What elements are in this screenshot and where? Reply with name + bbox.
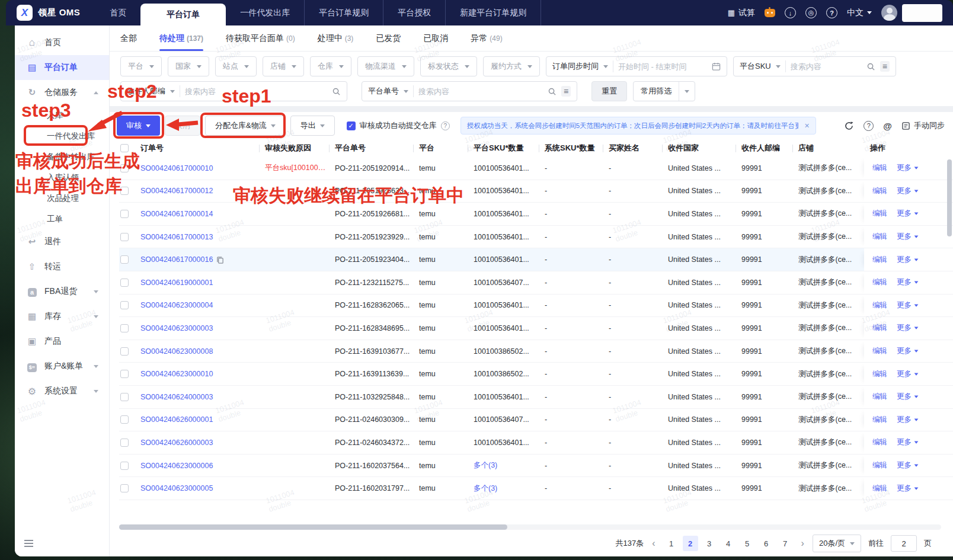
edit-link[interactable]: 编辑 (872, 300, 887, 311)
more-link[interactable]: 更多 (897, 415, 919, 425)
order-no-link[interactable]: SO004240619000001 (140, 279, 259, 287)
sidebar-item[interactable]: 系统设置 (15, 379, 109, 404)
multi-search-icon[interactable]: ≡ (880, 61, 890, 72)
order-no-link[interactable]: SO004240626000003 (140, 439, 259, 447)
order-no-link[interactable]: SO004240623000005 (140, 484, 259, 492)
sidebar-item[interactable]: 入库 (15, 105, 109, 126)
zip-field-select[interactable]: 收件人邮编 (127, 86, 165, 97)
page-number[interactable]: 7 (778, 536, 793, 551)
page-number[interactable]: 2 (683, 536, 698, 551)
cancel-button[interactable]: 取消 (165, 116, 200, 136)
row-checkbox[interactable] (120, 187, 129, 195)
filter-dropdown[interactable]: 履约方式 (483, 56, 540, 76)
more-link[interactable]: 更多 (897, 255, 919, 265)
language-switch[interactable]: 中文 (847, 8, 872, 18)
multi-search-icon[interactable]: ≡ (561, 86, 571, 97)
edit-link[interactable]: 编辑 (872, 392, 887, 402)
horizontal-scrollbar[interactable] (119, 524, 507, 530)
custom-column-icon[interactable]: @ (883, 121, 892, 131)
filter-dropdown[interactable]: 物流渠道 (357, 56, 414, 76)
download-icon[interactable]: ↓ (785, 7, 796, 18)
export-button[interactable]: 导出 (290, 116, 335, 136)
sidebar-item[interactable]: 账户&账单 (15, 354, 109, 379)
more-link[interactable]: 更多 (897, 437, 919, 447)
sidebar-item[interactable]: 次品处理 (15, 188, 109, 209)
edit-link[interactable]: 编辑 (872, 255, 887, 265)
search-icon[interactable] (332, 87, 341, 96)
more-link[interactable]: 更多 (897, 323, 919, 333)
order-no-link[interactable]: SO004240617000010 (140, 164, 259, 172)
row-checkbox[interactable] (120, 210, 129, 218)
edit-link[interactable]: 编辑 (872, 415, 887, 425)
search-icon[interactable] (866, 62, 875, 71)
nav-item[interactable]: 平台订单规则 (304, 0, 383, 25)
edit-link[interactable]: 编辑 (872, 323, 887, 333)
more-link[interactable]: 更多 (897, 460, 919, 471)
edit-link[interactable]: 编辑 (872, 460, 887, 471)
more-link[interactable]: 更多 (897, 186, 919, 196)
more-link[interactable]: 更多 (897, 392, 919, 402)
prev-page-icon[interactable]: ‹ (651, 538, 656, 549)
sidebar-item[interactable]: 入库认领 (15, 167, 109, 188)
more-link[interactable]: 更多 (897, 163, 919, 173)
sidebar-item[interactable]: 备货中转出库 (15, 146, 109, 167)
order-no-link[interactable]: SO004240624000003 (140, 393, 259, 401)
edit-link[interactable]: 编辑 (872, 186, 887, 196)
status-tab[interactable]: 处理中 (3) (318, 25, 354, 51)
common-filters-button[interactable]: 常用筛选 (633, 81, 695, 101)
row-checkbox[interactable] (120, 301, 129, 309)
nav-item[interactable]: 新建平台订单规则 (445, 0, 541, 25)
more-link[interactable]: 更多 (897, 232, 919, 242)
row-checkbox[interactable] (120, 279, 129, 287)
row-checkbox[interactable] (120, 484, 129, 492)
more-link[interactable]: 更多 (897, 277, 919, 287)
filter-dropdown[interactable]: 平台 (120, 56, 162, 76)
row-checkbox[interactable] (120, 439, 129, 447)
assistant-robot-icon[interactable] (765, 9, 775, 17)
po-search-input[interactable] (418, 87, 543, 96)
service-icon[interactable]: ◎ (805, 7, 817, 18)
row-checkbox[interactable] (120, 462, 129, 470)
select-all-checkbox[interactable] (120, 144, 129, 152)
status-tab[interactable]: 待获取平台面单 (0) (226, 25, 295, 51)
edit-link[interactable]: 编辑 (872, 346, 887, 356)
row-checkbox[interactable] (120, 415, 129, 424)
date-range-input[interactable] (618, 62, 707, 71)
sidebar-item[interactable]: 库存 (15, 304, 109, 329)
order-no-link[interactable]: SO004240617000014 (140, 210, 259, 218)
sidebar-item[interactable]: 一件代发出库 (15, 126, 109, 146)
more-link[interactable]: 更多 (897, 484, 919, 494)
page-number[interactable]: 4 (721, 536, 736, 551)
edit-link[interactable]: 编辑 (872, 369, 887, 379)
goto-page-input[interactable] (891, 535, 917, 552)
po-field-select[interactable]: 平台单号 (368, 86, 399, 97)
more-link[interactable]: 更多 (897, 346, 919, 356)
row-checkbox[interactable] (120, 347, 129, 356)
help-icon[interactable]: ? (441, 121, 450, 130)
more-link[interactable]: 更多 (897, 300, 919, 311)
row-checkbox[interactable] (120, 255, 129, 264)
filter-dropdown[interactable]: 站点 (215, 56, 257, 76)
page-number[interactable]: 6 (759, 536, 774, 551)
sync-time-select[interactable]: 订单同步时间 (552, 61, 599, 72)
reset-button[interactable]: 重置 (591, 81, 627, 101)
sidebar-item[interactable]: 退件 (15, 229, 109, 254)
filter-dropdown[interactable]: 仓库 (310, 56, 351, 76)
more-link[interactable]: 更多 (897, 209, 919, 219)
page-size-select[interactable]: 20条/页 (813, 535, 861, 552)
edit-link[interactable]: 编辑 (872, 437, 887, 447)
sidebar-item[interactable]: 首页 (15, 30, 109, 55)
filter-dropdown[interactable]: 标发状态 (420, 56, 477, 76)
copy-icon[interactable] (216, 256, 224, 264)
assign-warehouse-logistics-button[interactable]: 分配仓库&物流 (205, 116, 286, 136)
row-checkbox[interactable] (120, 370, 129, 378)
sidebar-item[interactable]: 转运 (15, 254, 109, 279)
order-no-link[interactable]: SO004240623000004 (140, 301, 259, 309)
sku-field-select[interactable]: 平台SKU (740, 61, 771, 72)
nav-item[interactable]: 平台订单 (140, 4, 226, 25)
edit-link[interactable]: 编辑 (872, 209, 887, 219)
auto-submit-checkbox[interactable]: ✓ (347, 121, 356, 130)
refresh-icon[interactable] (844, 121, 854, 131)
page-number[interactable]: 5 (740, 536, 755, 551)
collapse-sidebar-icon[interactable] (24, 540, 33, 547)
